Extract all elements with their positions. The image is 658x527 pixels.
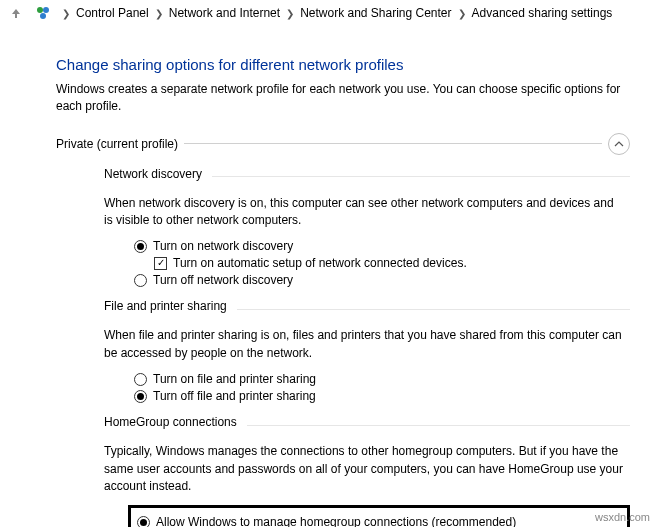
- content-area: Change sharing options for different net…: [0, 26, 658, 527]
- option-label: Turn on file and printer sharing: [153, 372, 316, 386]
- chevron-right-icon: ❯: [286, 8, 294, 19]
- radio-option-nd-on[interactable]: Turn on network discovery: [134, 239, 630, 253]
- breadcrumb-item[interactable]: Network and Internet: [169, 6, 280, 20]
- radio-option-hg-allow[interactable]: Allow Windows to manage homegroup connec…: [137, 515, 621, 527]
- breadcrumb-item[interactable]: Control Panel: [76, 6, 149, 20]
- radio-option-fp-on[interactable]: Turn on file and printer sharing: [134, 372, 630, 386]
- radio-option-fp-off[interactable]: Turn off file and printer sharing: [134, 389, 630, 403]
- section-network-discovery: Network discovery When network discovery…: [104, 167, 630, 288]
- option-label: Turn on automatic setup of network conne…: [173, 256, 467, 270]
- section-title: HomeGroup connections: [104, 415, 237, 429]
- page-subtitle: Windows creates a separate network profi…: [56, 81, 626, 115]
- divider: [237, 309, 630, 310]
- chevron-right-icon: ❯: [155, 8, 163, 19]
- profile-header[interactable]: Private (current profile): [56, 133, 630, 155]
- radio-icon[interactable]: [134, 390, 147, 403]
- chevron-right-icon: ❯: [62, 8, 70, 19]
- section-description: When network discovery is on, this compu…: [104, 195, 624, 230]
- checkbox-icon[interactable]: [154, 257, 167, 270]
- svg-point-0: [37, 7, 43, 13]
- section-title: File and printer sharing: [104, 299, 227, 313]
- breadcrumb-item[interactable]: Network and Sharing Center: [300, 6, 451, 20]
- profile-label: Private (current profile): [56, 137, 178, 151]
- radio-option-nd-off[interactable]: Turn off network discovery: [134, 273, 630, 287]
- radio-icon[interactable]: [134, 240, 147, 253]
- radio-icon[interactable]: [137, 516, 150, 527]
- divider: [247, 425, 630, 426]
- checkbox-option-nd-auto[interactable]: Turn on automatic setup of network conne…: [154, 256, 630, 270]
- option-label: Allow Windows to manage homegroup connec…: [156, 515, 516, 527]
- breadcrumb-item[interactable]: Advanced sharing settings: [472, 6, 613, 20]
- option-label: Turn off network discovery: [153, 273, 293, 287]
- svg-point-2: [40, 13, 46, 19]
- option-label: Turn on network discovery: [153, 239, 293, 253]
- svg-point-1: [43, 7, 49, 13]
- page-title: Change sharing options for different net…: [56, 56, 630, 73]
- section-title: Network discovery: [104, 167, 202, 181]
- watermark: wsxdn.com: [595, 511, 650, 523]
- section-homegroup: HomeGroup connections Typically, Windows…: [104, 415, 630, 527]
- section-description: Typically, Windows manages the connectio…: [104, 443, 624, 495]
- section-file-printer: File and printer sharing When file and p…: [104, 299, 630, 403]
- up-icon[interactable]: [8, 5, 24, 21]
- chevron-up-icon[interactable]: [608, 133, 630, 155]
- highlighted-option: Allow Windows to manage homegroup connec…: [128, 505, 630, 527]
- breadcrumb: ❯ Control Panel ❯ Network and Internet ❯…: [0, 0, 658, 26]
- section-description: When file and printer sharing is on, fil…: [104, 327, 624, 362]
- divider: [212, 176, 630, 177]
- divider: [184, 143, 602, 144]
- option-label: Turn off file and printer sharing: [153, 389, 316, 403]
- control-panel-icon: [34, 4, 52, 22]
- radio-icon[interactable]: [134, 274, 147, 287]
- chevron-right-icon: ❯: [458, 8, 466, 19]
- radio-icon[interactable]: [134, 373, 147, 386]
